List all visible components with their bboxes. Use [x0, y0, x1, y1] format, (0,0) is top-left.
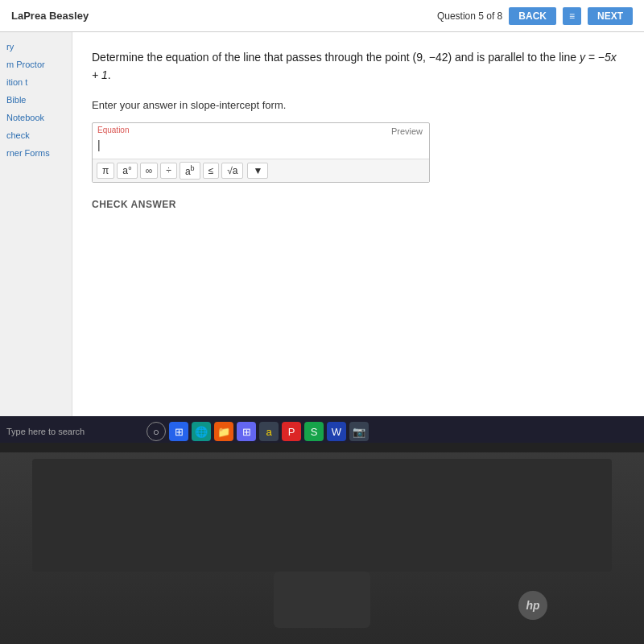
taskbar-w-icon[interactable]: W	[327, 422, 346, 441]
taskbar-photo-icon[interactable]: 📷	[349, 422, 369, 441]
math-btn-superscript[interactable]: ab	[180, 162, 200, 180]
laptop-touchpad	[274, 572, 370, 628]
math-btn-infinity[interactable]: ∞	[140, 163, 159, 179]
taskbar-search-icon[interactable]: ○	[147, 422, 166, 441]
laptop-hinge	[0, 443, 644, 452]
taskbar-a-icon[interactable]: a	[259, 422, 279, 441]
preview-label: Preview	[391, 126, 423, 136]
math-btn-sqrt[interactable]: √a	[221, 163, 243, 179]
back-button[interactable]: BACK	[509, 7, 556, 25]
taskbar-edge-icon[interactable]: 🌐	[192, 422, 211, 441]
taskbar-icons: ○ ⊞ 🌐 📁 ⊞ a P S W 📷	[147, 422, 369, 441]
math-btn-more[interactable]: ▼	[247, 163, 268, 179]
menu-button[interactable]: ≡	[563, 7, 581, 25]
laptop-body: hp	[0, 443, 644, 644]
sidebar-item-ry[interactable]: ry	[6, 40, 65, 53]
main-layout: ry m Proctor ition t Bible Notebook chec…	[0, 32, 644, 427]
taskbar-windows-icon[interactable]: ⊞	[169, 422, 188, 441]
taskbar-p-icon[interactable]: P	[282, 422, 301, 441]
math-btn-leq[interactable]: ≤	[203, 163, 220, 179]
hp-logo: hp	[518, 591, 547, 620]
content-area: Determine the equation of the line that …	[72, 32, 644, 427]
sidebar-item-proctor[interactable]: m Proctor	[6, 58, 65, 71]
next-button[interactable]: NEXT	[588, 7, 633, 25]
taskbar-s-icon[interactable]: S	[304, 422, 324, 441]
equation-input-row	[93, 134, 429, 159]
header-bar: LaPrea Beasley Question 5 of 8 BACK ≡ NE…	[0, 0, 644, 32]
header-right: Question 5 of 8 BACK ≡ NEXT	[437, 7, 633, 25]
sidebar-item-ition[interactable]: ition t	[6, 76, 65, 89]
sidebar-item-bible[interactable]: Bible	[6, 93, 65, 106]
taskbar-search-label[interactable]: Type here to search	[6, 427, 135, 436]
equation-container: Equation π a° ∞ ÷ ab ≤ √a ▼ Preview	[92, 122, 430, 183]
math-btn-pi[interactable]: π	[97, 163, 114, 179]
sidebar-item-forms[interactable]: rner Forms	[6, 147, 65, 159]
instruction-text: Enter your answer in slope-intercept for…	[92, 99, 625, 111]
sidebar-item-check[interactable]: check	[6, 129, 65, 142]
equation-label: Equation	[93, 123, 429, 134]
math-btn-degree[interactable]: a°	[117, 163, 137, 179]
question-text: Determine the equation of the line that …	[92, 48, 625, 85]
math-btn-divide[interactable]: ÷	[160, 163, 177, 179]
equation-input[interactable]	[97, 136, 424, 154]
math-toolbar: π a° ∞ ÷ ab ≤ √a ▼	[93, 159, 429, 182]
question-label: Question 5 of 8	[437, 10, 502, 22]
sidebar-item-notebook[interactable]: Notebook	[6, 111, 65, 124]
taskbar-folder-icon[interactable]: 📁	[214, 422, 233, 441]
user-name: LaPrea Beasley	[11, 10, 89, 22]
laptop-keyboard	[32, 459, 612, 572]
sidebar: ry m Proctor ition t Bible Notebook chec…	[0, 32, 72, 427]
screen: LaPrea Beasley Question 5 of 8 BACK ≡ NE…	[0, 0, 644, 427]
taskbar-store-icon[interactable]: ⊞	[237, 422, 256, 441]
check-answer-button[interactable]: CHECK ANSWER	[92, 196, 176, 213]
